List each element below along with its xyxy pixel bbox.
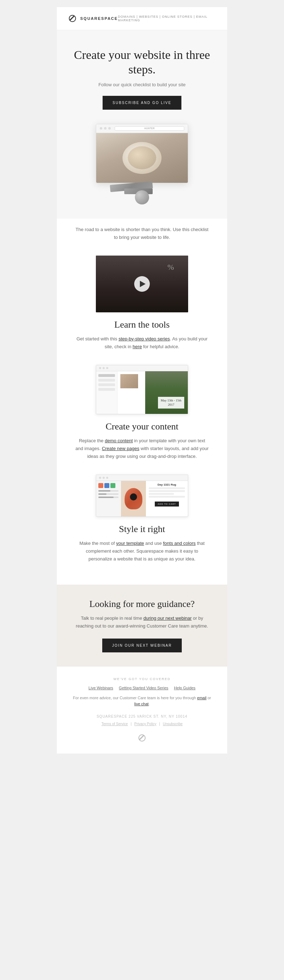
color-swatch-row [98, 483, 118, 488]
section3-body: Make the most of your template and use f… [75, 539, 209, 563]
header: SQUARESPACE DOMAINS | WEBSITES | ONLINE … [57, 7, 227, 30]
footer-logo [71, 733, 213, 743]
prod-desc-2 [149, 490, 185, 492]
footer-unsubscribe-link[interactable]: Unsubscribe [163, 722, 183, 726]
sc-dot-2 [102, 367, 105, 369]
guidance-body: Talk to real people in real time during … [75, 614, 209, 630]
section1: % Learn the tools Get started with this … [57, 252, 227, 361]
prod-desc-3 [149, 493, 174, 495]
swatch-orange [98, 483, 103, 488]
footer-covered-label: WE'VE GOT YOU COVERED [71, 677, 213, 681]
intro-section: The road to a website is shorter than yo… [57, 219, 227, 252]
concrete-cylinder [135, 190, 149, 204]
browser-dot-3 [108, 127, 111, 130]
sc-dot-3 [106, 367, 108, 369]
email-wrapper: SQUARESPACE DOMAINS | WEBSITES | ONLINE … [0, 0, 284, 760]
section2-link1[interactable]: demo content [105, 438, 133, 443]
section1-link1[interactable]: step-by-step video series [118, 336, 170, 342]
email-container: SQUARESPACE DOMAINS | WEBSITES | ONLINE … [57, 7, 227, 754]
slider-fill-1 [98, 490, 110, 492]
prod-desc-4 [149, 496, 185, 498]
section1-link2[interactable]: here [133, 344, 142, 349]
slider-3 [98, 496, 118, 498]
guidance-section: Looking for more guidance? Talk to real … [57, 585, 227, 667]
footer-legal: Terms of Service | Privacy Policy | Unsu… [71, 722, 213, 726]
content-screenshot: May 13th - 15th 2017 [96, 365, 188, 414]
section2: May 13th - 15th 2017 Create your content… [57, 361, 227, 471]
webinar-button[interactable]: JOIN OUR NEXT WEBINAR [102, 638, 182, 652]
sc-dot-1 [99, 367, 101, 369]
video-percentage: % [168, 262, 174, 272]
guidance-heading: Looking for more guidance? [75, 599, 209, 609]
product-bar [96, 475, 188, 481]
intro-text: The road to a website is shorter than yo… [75, 226, 209, 241]
browser-dot-1 [100, 127, 102, 130]
section2-body: Replace the demo content in your templat… [75, 437, 209, 460]
footer-link-webinars[interactable]: Live Webinars [88, 686, 113, 690]
sidebar-item-4 [98, 388, 115, 391]
squarespace-logo-icon [67, 13, 77, 24]
browser-dot-2 [104, 127, 107, 130]
slider-1 [98, 490, 118, 492]
footer-chat-link[interactable]: live chat [134, 702, 148, 706]
product-main: Day 1321 Rug ADD TO CART [121, 481, 188, 517]
screenshot-overlay: May 13th - 15th 2017 [158, 397, 184, 409]
prod-desc-1 [149, 487, 185, 489]
slider-2 [98, 493, 118, 495]
swatch-blue [104, 483, 109, 488]
hero-image-section: HUNTER [57, 124, 227, 219]
logo-area: SQUARESPACE [67, 13, 118, 24]
slider-fill-2 [98, 493, 107, 495]
section3-link2[interactable]: fonts and colors [163, 541, 196, 546]
swatch-green [110, 483, 115, 488]
logo-text: SQUARESPACE [80, 16, 118, 21]
product-image-area [121, 481, 146, 517]
product-add-to-cart[interactable]: ADD TO CART [155, 501, 179, 506]
footer-links: Live Webinars Getting Started Video Seri… [71, 686, 213, 690]
slider-fill-3 [98, 496, 113, 498]
footer-email-link[interactable]: email [197, 696, 206, 700]
product-panel [96, 481, 121, 517]
footer-link-video-series[interactable]: Getting Started Video Series [119, 686, 168, 690]
product-title: Day 1321 Rug [149, 483, 185, 486]
subscribe-button[interactable]: SUBSCRIBE AND GO LIVE [102, 96, 182, 110]
footer-privacy-link[interactable]: Privacy Policy [134, 722, 156, 726]
sidebar-item-3 [98, 383, 115, 386]
browser-bar: HUNTER [96, 124, 188, 133]
hero-section: Create your website in three steps. Foll… [57, 30, 227, 124]
footer-address: SQUARESPACE 225 VARICK ST. NY, NY 10014 [71, 714, 213, 718]
screenshot-small-image [120, 374, 138, 388]
hero-headline: Create your website in three steps. [71, 48, 213, 77]
guidance-link1[interactable]: during our next webinar [144, 616, 192, 621]
play-icon [140, 281, 145, 287]
section3: Day 1321 Rug ADD TO CART Style it right … [57, 471, 227, 574]
footer: WE'VE GOT YOU COVERED Live Webinars Gett… [57, 667, 227, 754]
product-content: Day 1321 Rug ADD TO CART [96, 481, 188, 517]
footer-link-help[interactable]: Help Guides [174, 686, 196, 690]
browser-mockup: HUNTER [96, 124, 188, 183]
concrete-shapes [89, 176, 195, 204]
browser-url-text: HUNTER [117, 127, 182, 130]
prod-dot-3 [106, 477, 108, 479]
product-shape [124, 488, 142, 509]
section1-body: Get started with this step-by-step video… [75, 335, 209, 351]
browser-content [96, 133, 188, 183]
section2-link2[interactable]: Create new pages [102, 446, 139, 451]
product-info: Day 1321 Rug ADD TO CART [146, 481, 188, 517]
screenshot-content: May 13th - 15th 2017 [96, 371, 188, 414]
spacer [57, 574, 227, 585]
screenshot-bar [96, 365, 188, 371]
footer-terms-link[interactable]: Terms of Service [102, 722, 128, 726]
section2-heading: Create your content [75, 421, 209, 432]
prod-dot-1 [99, 477, 101, 479]
section3-heading: Style it right [75, 524, 209, 535]
sidebar-item-1 [98, 374, 115, 377]
hero-subtext: Follow our quick checklist to build your… [71, 82, 213, 88]
footer-body: For even more advice, our Customer Care … [71, 695, 213, 707]
sidebar-item-2 [98, 379, 115, 382]
play-button[interactable] [134, 276, 150, 292]
section3-link1[interactable]: your template [116, 541, 144, 546]
screenshot-main: May 13th - 15th 2017 [118, 371, 188, 414]
footer-squarespace-icon [137, 733, 147, 743]
video-block[interactable]: % [96, 256, 188, 312]
